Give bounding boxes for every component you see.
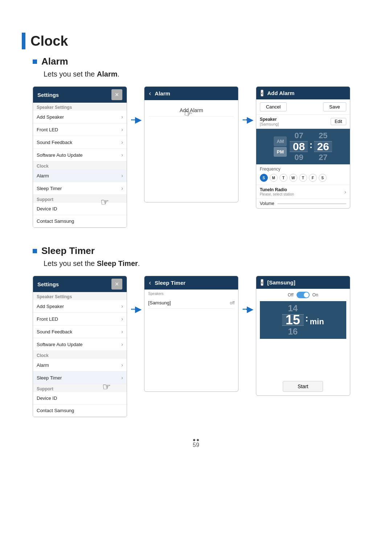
frequency-days: S M T W T F S (256, 172, 350, 185)
minute-selected[interactable]: 26 (314, 141, 332, 152)
volume-slider[interactable] (277, 203, 346, 204)
sleep-timer-menu-label: Sleep Timer (37, 186, 62, 191)
am-option[interactable]: AM (274, 136, 287, 146)
sleep-speaker-settings-label: Speaker Settings (33, 292, 127, 300)
sleep-device-id-label: Device ID (37, 395, 57, 401)
hour-selected[interactable]: 08 (290, 141, 308, 152)
add-alarm-button[interactable]: Add Alarm (149, 104, 234, 116)
hour-bottom: 09 (294, 152, 303, 163)
min-drum: 14 15 16 (282, 303, 304, 337)
add-alarm-screen: ‹ Add Alarm Cancel Save Speaker [Samsung… (256, 86, 350, 209)
sleep-add-speaker-item[interactable]: Add Speaker › (33, 300, 127, 313)
alarm-list-screen: ‹ Alarm Add Alarm (144, 86, 238, 202)
sleep-support-section-label: Support (33, 384, 127, 392)
samsung-toggle-row: Off On (256, 289, 350, 301)
sleep-alarm-menu-label: Alarm (37, 362, 49, 368)
day-f[interactable]: F (309, 174, 317, 182)
sleep-timer-list-body: Speakers [Samsung] off (144, 290, 238, 369)
sleep-settings-close-button[interactable]: × (111, 279, 122, 290)
sleep-settings-phone: Settings × Speaker Settings Add Speaker … (33, 276, 127, 417)
device-id-item[interactable]: Device ID (33, 203, 127, 215)
add-alarm-toolbar: Cancel Save (256, 99, 350, 115)
sleep-timer-section: Sleep Timer Lets you set the Sleep Timer… (22, 245, 370, 417)
settings-close-button[interactable]: × (111, 89, 122, 100)
day-s2[interactable]: S (319, 174, 327, 182)
speaker-label: Speaker (260, 117, 279, 122)
colon-separator: : (309, 139, 313, 151)
add-alarm-back-button[interactable]: ‹ (261, 90, 264, 97)
samsung-empty-space (256, 339, 350, 375)
contact-samsung-item[interactable]: Contact Samsung (33, 215, 127, 227)
sleep-clock-section-label: Clock (33, 351, 127, 359)
software-auto-update-item[interactable]: Software Auto Update › (33, 149, 127, 161)
page-number: 59 (193, 442, 199, 448)
sleep-add-speaker-chevron-icon: › (121, 303, 123, 309)
sleep-front-led-chevron-icon: › (121, 316, 123, 322)
sleep-timer-list-screen: ‹ Sleep Timer Speakers [Samsung] off (144, 276, 238, 392)
add-speaker-item[interactable]: Add Speaker › (33, 111, 127, 123)
tunein-radio-row[interactable]: TuneIn Radio Please, select station › (256, 185, 350, 198)
time-picker: AM PM 07 08 09 : 25 26 27 (256, 129, 350, 164)
samsung-speaker-item[interactable]: [Samsung] off (148, 297, 234, 309)
sound-feedback-chevron-icon: › (121, 139, 123, 145)
alarm-back-button[interactable]: ‹ (149, 90, 151, 97)
edit-speaker-button[interactable]: Edit (331, 118, 346, 125)
pm-option[interactable]: PM (274, 147, 287, 157)
sound-feedback-item[interactable]: Sound Feedback › (33, 136, 127, 149)
sleep-add-speaker-label: Add Speaker (37, 304, 64, 309)
arrow-2: ···▶ (238, 115, 256, 125)
samsung-speaker-name: [Samsung] (148, 300, 171, 305)
add-alarm-label: Add Alarm (180, 107, 203, 113)
samsung-detail-back-button[interactable]: ‹ (261, 279, 264, 286)
software-auto-update-chevron-icon: › (121, 152, 123, 158)
sleep-software-auto-update-chevron-icon: › (121, 341, 123, 347)
day-w[interactable]: W (289, 174, 297, 182)
speakers-label: Speakers (148, 292, 234, 296)
blue-square-icon (33, 59, 37, 64)
min-selected[interactable]: 15 (282, 314, 304, 326)
front-led-label: Front LED (37, 127, 58, 132)
sleep-alarm-menu-chevron-icon: › (121, 362, 123, 368)
sleep-device-id-item[interactable]: Device ID (33, 392, 127, 405)
support-section-label: Support (33, 195, 127, 203)
alarm-desc-prefix: Lets you set the (44, 70, 97, 78)
sleep-timer-back-button[interactable]: ‹ (149, 279, 151, 287)
clock-section-label: Clock (33, 161, 127, 169)
sleep-alarm-menu-item[interactable]: Alarm › (33, 359, 127, 372)
samsung-detail-header: ‹ [Samsung] (256, 276, 350, 289)
sleep-timer-desc-prefix: Lets you set the (44, 259, 97, 267)
alarm-list-title: Alarm (155, 90, 170, 97)
footer-dots (22, 439, 370, 441)
minute-bottom: 27 (319, 152, 327, 163)
hour-top: 07 (294, 130, 303, 141)
dot-1 (193, 439, 195, 441)
alarm-settings-screen: Settings × Speaker Settings Add Speaker … (33, 86, 127, 228)
add-alarm-header: ‹ Add Alarm (256, 87, 350, 99)
day-t2[interactable]: T (299, 174, 307, 182)
start-button[interactable]: Start (283, 381, 323, 392)
sleep-timer-menu-item[interactable]: Sleep Timer › (33, 372, 127, 384)
tunein-info: TuneIn Radio Please, select station (260, 187, 294, 196)
save-button[interactable]: Save (323, 102, 346, 111)
tunein-label: TuneIn Radio (260, 187, 294, 192)
sleep-sound-feedback-item[interactable]: Sound Feedback › (33, 325, 127, 338)
sleep-contact-samsung-item[interactable]: Contact Samsung (33, 405, 127, 417)
day-t1[interactable]: T (279, 174, 287, 182)
sleep-timer-list-header: ‹ Sleep Timer (144, 276, 238, 290)
on-off-toggle[interactable] (297, 292, 310, 298)
samsung-detail-title: [Samsung] (267, 279, 295, 286)
sleep-front-led-item[interactable]: Front LED › (33, 313, 127, 325)
day-s1[interactable]: S (260, 174, 268, 182)
alarm-list-body: Add Alarm (144, 100, 238, 180)
cancel-button[interactable]: Cancel (260, 102, 287, 111)
samsung-detail-phone: ‹ [Samsung] Off On 14 15 16 : (256, 276, 350, 396)
dots-arrow-2-icon: ···▶ (242, 115, 252, 125)
front-led-item[interactable]: Front LED › (33, 123, 127, 136)
min-label: min (310, 313, 324, 327)
software-auto-update-label: Software Auto Update (37, 152, 82, 158)
day-m[interactable]: M (270, 174, 278, 182)
sleep-timer-back-icon: ‹ (149, 279, 151, 286)
sleep-timer-menu-item[interactable]: Sleep Timer › (33, 182, 127, 195)
sleep-software-auto-update-item[interactable]: Software Auto Update › (33, 338, 127, 351)
alarm-menu-item[interactable]: Alarm › (33, 169, 127, 182)
